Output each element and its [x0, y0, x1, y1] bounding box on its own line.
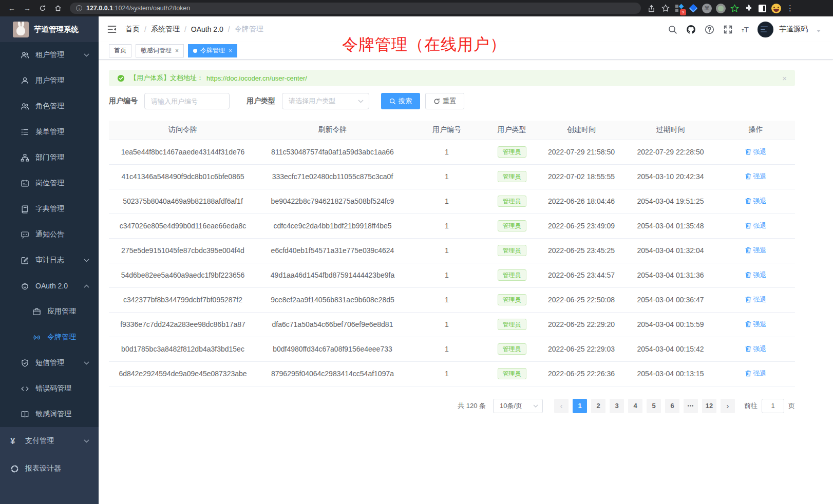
sidebar-item-label: 令牌管理: [47, 333, 76, 342]
force-logout-button[interactable]: 强退: [745, 270, 767, 280]
username[interactable]: 芋道源码: [779, 25, 808, 34]
bookmark-star-icon[interactable]: [660, 3, 671, 14]
alert-close-icon[interactable]: ×: [782, 74, 787, 83]
sidebar-item-菜单管理[interactable]: 菜单管理: [0, 119, 99, 145]
tab-close-icon[interactable]: ×: [175, 47, 179, 54]
page-button-3[interactable]: 3: [610, 399, 624, 413]
sidebar-item-用户管理[interactable]: 用户管理: [0, 68, 99, 93]
force-logout-button[interactable]: 强退: [745, 246, 767, 255]
cell-user-id: 1: [408, 337, 485, 361]
sidebar-item-令牌管理[interactable]: 令牌管理: [0, 324, 99, 350]
force-logout-button[interactable]: 强退: [745, 147, 767, 157]
browser-home-icon[interactable]: [52, 3, 64, 14]
cell-expire-time: 2054-03-04 00:15:42: [624, 337, 716, 361]
sidebar-collapse-icon[interactable]: [107, 24, 117, 34]
user-type-tag: 管理员: [498, 245, 526, 256]
menu-tree-icon: [21, 128, 29, 137]
emoji-extension-icon[interactable]: [771, 3, 782, 14]
sidebar-item-支付管理[interactable]: ¥支付管理: [0, 427, 99, 455]
page-button-2[interactable]: 2: [591, 399, 605, 413]
page-button-4[interactable]: 4: [628, 399, 642, 413]
tab-close-icon[interactable]: ×: [229, 47, 232, 54]
cell-refresh-token: 8796295f04064c2983414cc54af1097a: [257, 361, 408, 386]
breadcrumb-item[interactable]: OAuth 2.0: [191, 25, 223, 33]
table-header-row: 访问令牌刷新令牌用户编号用户类型创建时间过期时间操作: [109, 121, 795, 140]
breadcrumb-item[interactable]: 首页: [125, 25, 140, 34]
sidebar-item-错误码管理[interactable]: 错误码管理: [0, 376, 99, 401]
force-logout-button[interactable]: 强退: [745, 295, 767, 304]
sidebar-item-敏感词管理[interactable]: 敏感词管理: [0, 401, 99, 427]
browser-forward-icon[interactable]: →: [22, 3, 33, 14]
alert-doc-link[interactable]: https://doc.iocoder.cn/user-center/: [206, 74, 307, 82]
tab-令牌管理[interactable]: 令牌管理×: [188, 44, 237, 57]
extension-blocks-icon[interactable]: 9: [674, 3, 685, 14]
grey-circle-extension-icon[interactable]: ⌘: [702, 3, 712, 14]
browser-back-icon[interactable]: ←: [6, 3, 17, 14]
sidebar-item-审计日志[interactable]: 审计日志: [0, 247, 99, 273]
page-button-6[interactable]: 6: [665, 399, 679, 413]
goto-page-input[interactable]: [762, 399, 784, 413]
green-circle-extension-icon[interactable]: [715, 3, 726, 14]
tab-敏感词管理[interactable]: 敏感词管理×: [136, 44, 184, 57]
user-icon: [21, 76, 29, 85]
share-icon[interactable]: [646, 3, 657, 14]
column-header-访问令牌: 访问令牌: [109, 121, 257, 140]
force-logout-button[interactable]: 强退: [745, 221, 767, 230]
browser-chrome: ← → i 127.0.0.1:1024/system/oauth2/token…: [0, 0, 833, 16]
sidebar-item-label: 部门管理: [35, 153, 64, 162]
code-icon: [21, 384, 29, 393]
gem-extension-icon[interactable]: [688, 3, 698, 14]
next-page-button[interactable]: ›: [721, 399, 735, 413]
sidebar-item-OAuth 2.0[interactable]: OAuth 2.0: [0, 273, 99, 299]
browser-menu-icon[interactable]: ⋮: [785, 3, 796, 14]
search-icon[interactable]: [668, 25, 677, 34]
prev-page-button[interactable]: ‹: [554, 399, 569, 413]
filter-form: 用户编号 用户类型 请选择用户类型 搜索 重置: [109, 93, 795, 109]
tab-首页[interactable]: 首页: [109, 44, 131, 57]
page-size-select[interactable]: 10条/页: [493, 399, 543, 413]
sidebar-item-字典管理[interactable]: 字典管理: [0, 196, 99, 222]
force-logout-button[interactable]: 强退: [745, 344, 767, 354]
sidebar-item-报表设计器[interactable]: 报表设计器: [0, 455, 99, 482]
user-menu-caret-icon[interactable]: [817, 30, 821, 32]
page-button-1[interactable]: 1: [573, 399, 587, 413]
sidebar-item-角色管理[interactable]: 角色管理: [0, 93, 99, 119]
site-info-icon[interactable]: i: [76, 5, 82, 11]
cell-access-token: 54d6be82ee5a460a9aedc1f9bf223656: [109, 263, 257, 287]
sidebar-item-租户管理[interactable]: 租户管理: [0, 42, 99, 68]
force-logout-button[interactable]: 强退: [745, 369, 767, 378]
github-icon[interactable]: [686, 25, 696, 34]
reset-button[interactable]: 重置: [425, 93, 464, 109]
force-logout-button[interactable]: 强退: [745, 172, 767, 181]
table-row: c342377bf8b344799dcbf7bf095287f29ce8ef2a…: [109, 287, 795, 312]
green-star-extension-icon[interactable]: [729, 3, 740, 14]
app-logo-bar[interactable]: 芋道管理系统: [0, 16, 99, 42]
sidebar-item-短信管理[interactable]: 短信管理: [0, 350, 99, 376]
user-id-input[interactable]: [144, 93, 230, 109]
force-logout-button[interactable]: 强退: [745, 197, 767, 206]
font-size-icon[interactable]: тT: [742, 25, 749, 34]
user-avatar[interactable]: [758, 22, 773, 37]
active-tab-dot-icon: [193, 49, 197, 53]
browser-reload-icon[interactable]: [37, 3, 48, 14]
extension-badge: 9: [680, 9, 686, 15]
breadcrumb-item[interactable]: 系统管理: [151, 25, 180, 34]
table-row: 54d6be82ee5a460a9aedc1f9bf22365649d1aa46…: [109, 263, 795, 287]
sidebar-item-应用管理[interactable]: 应用管理: [0, 299, 99, 324]
sidebar-item-通知公告[interactable]: 通知公告: [0, 222, 99, 247]
search-button[interactable]: 搜索: [381, 93, 420, 109]
force-logout-button[interactable]: 强退: [745, 320, 767, 329]
sidebar-item-label: 审计日志: [35, 256, 64, 265]
cell-expire-time: 2054-03-04 00:13:15: [624, 361, 716, 386]
page-button-5[interactable]: 5: [647, 399, 661, 413]
user-type-select[interactable]: 请选择用户类型: [282, 93, 369, 109]
url-bar[interactable]: i 127.0.0.1:1024/system/oauth2/token: [70, 3, 641, 14]
sidebar-item-岗位管理[interactable]: 岗位管理: [0, 170, 99, 196]
puzzle-extension-icon[interactable]: [743, 3, 754, 14]
side-panel-icon[interactable]: [757, 3, 768, 14]
help-icon[interactable]: [705, 25, 714, 34]
page-button-12[interactable]: 12: [702, 399, 716, 413]
fullscreen-icon[interactable]: [723, 25, 733, 34]
sidebar-item-部门管理[interactable]: 部门管理: [0, 145, 99, 170]
cell-action: 强退: [716, 361, 795, 386]
